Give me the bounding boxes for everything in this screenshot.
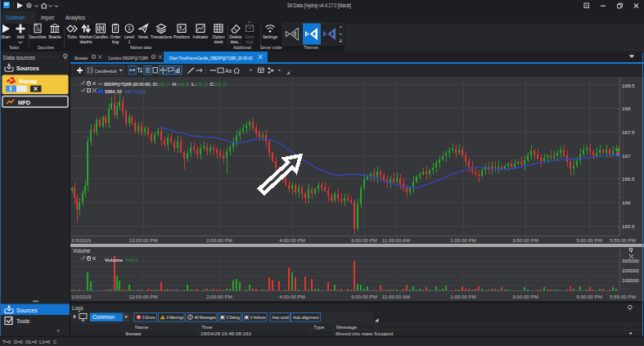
svg-text:Type: Type xyxy=(313,324,325,330)
svg-text:40 Messages: 40 Messages xyxy=(195,314,217,320)
svg-text:Moved into state Stopped: Moved into state Stopped xyxy=(336,330,394,336)
svg-text:0 Warnings: 0 Warnings xyxy=(167,314,184,320)
svg-text:C: C xyxy=(53,339,56,344)
svg-text:Time: Time xyxy=(201,324,213,330)
svg-text:Auto alignment: Auto alignment xyxy=(293,314,319,320)
svg-text:T=0: T=0 xyxy=(2,339,11,344)
svg-text:0 Verbose: 0 Verbose xyxy=(250,314,266,320)
svg-text:0 Debug: 0 Debug xyxy=(227,314,241,320)
svg-text:19/04/28 16:46:08.163: 19/04/28 16:46:08.163 xyxy=(200,330,251,336)
svg-text:L1=0: L1=0 xyxy=(39,339,50,344)
svg-text:Auto scroll: Auto scroll xyxy=(272,314,290,320)
svg-text:OL=0: OL=0 xyxy=(25,339,37,344)
svg-text:Message: Message xyxy=(336,324,358,330)
svg-text:D=0: D=0 xyxy=(14,339,23,344)
